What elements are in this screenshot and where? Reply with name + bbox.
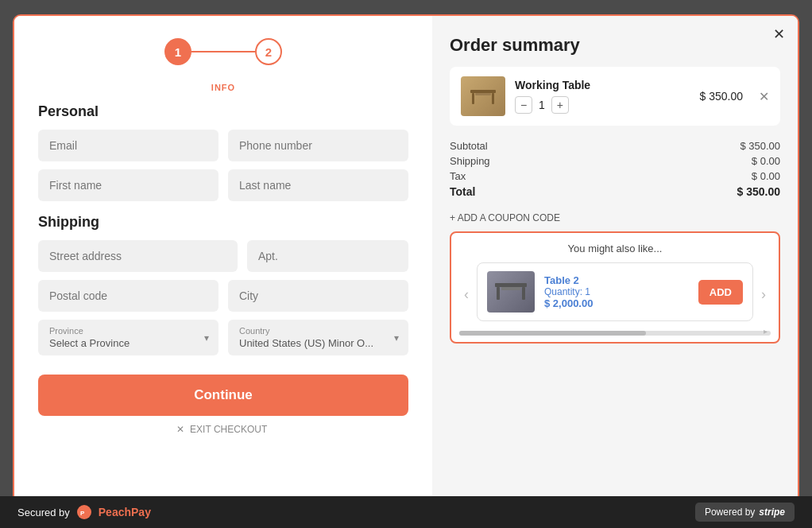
lastname-field[interactable]	[228, 169, 408, 201]
subtotal-value: $ 350.00	[740, 140, 780, 152]
total-value: $ 350.00	[737, 185, 781, 198]
province-label: Province	[38, 320, 218, 336]
shipping-label: Shipping	[450, 155, 490, 167]
country-arrow-icon: ▾	[394, 332, 399, 344]
shipping-value: $ 0.00	[752, 155, 780, 167]
city-field[interactable]	[228, 280, 408, 312]
svg-rect-7	[501, 287, 520, 290]
order-summary-title: Order summary	[450, 35, 780, 56]
continue-button[interactable]: Continue	[38, 375, 408, 416]
upsell-add-button[interactable]: ADD	[698, 280, 743, 305]
country-select-wrapper[interactable]: Country United States (US) Minor O... ▾	[228, 320, 408, 355]
upsell-next-button[interactable]: ›	[756, 283, 771, 306]
stepper: 1 2	[164, 38, 282, 65]
street-field[interactable]	[38, 240, 238, 272]
upsell-scroll-arrow-icon: ▸	[764, 327, 768, 336]
shipping-title: Shipping	[38, 214, 408, 231]
svg-rect-0	[470, 90, 496, 93]
modal-overlay: 1 2 INFO Personal Shipping	[0, 0, 812, 528]
step-line	[191, 51, 255, 52]
province-arrow-icon: ▾	[204, 332, 209, 344]
order-item-name: Working Table	[515, 79, 690, 91]
upsell-item-info: Table 2 Quantity: 1 $ 2,000.00	[544, 274, 689, 309]
tax-label: Tax	[450, 170, 466, 182]
order-item-info: Working Table − 1 +	[515, 79, 690, 114]
svg-text:P: P	[80, 510, 85, 517]
qty-increase-button[interactable]: +	[551, 96, 569, 114]
exit-icon: ✕	[176, 424, 184, 435]
svg-rect-2	[492, 93, 494, 104]
brand-logo: PeachPay	[99, 506, 151, 518]
upsell-scrollbar-thumb	[459, 331, 646, 336]
step-1-circle: 1	[164, 38, 191, 65]
order-totals: Subtotal $ 350.00 Shipping $ 0.00 Tax $ …	[450, 134, 780, 208]
apt-field[interactable]	[247, 240, 408, 272]
svg-rect-5	[497, 287, 500, 300]
upsell-item-name: Table 2	[544, 274, 689, 286]
personal-row-1	[38, 130, 408, 161]
checkout-modal: 1 2 INFO Personal Shipping	[13, 14, 799, 514]
order-item-card: Working Table − 1 + $ 350.00 ✕	[450, 67, 780, 126]
country-value: United States (US) Minor O...	[228, 336, 408, 355]
shipping-row-1	[38, 240, 408, 272]
order-item-remove-button[interactable]: ✕	[759, 89, 769, 104]
close-button[interactable]: ✕	[773, 27, 785, 41]
subtotal-label: Subtotal	[450, 140, 488, 152]
shipping-row: Shipping $ 0.00	[450, 155, 780, 167]
exit-checkout-link[interactable]: ✕ EXIT CHECKOUT	[38, 424, 408, 435]
personal-title: Personal	[38, 103, 408, 120]
step-2-circle: 2	[255, 38, 282, 65]
shipping-row-2	[38, 280, 408, 312]
left-panel: 1 2 INFO Personal Shipping	[14, 16, 432, 512]
step-label: INFO	[211, 83, 235, 92]
upsell-prev-button[interactable]: ‹	[459, 283, 474, 306]
stripe-logo: stripe	[759, 507, 785, 518]
province-select-wrapper[interactable]: Province Select a Province ▾	[38, 320, 218, 355]
svg-rect-3	[475, 93, 491, 95]
order-item-price: $ 350.00	[700, 90, 744, 103]
upsell-item-price: $ 2,000.00	[544, 297, 689, 309]
secured-by-text: Secured by	[17, 507, 70, 518]
footer-right: Powered by stripe	[695, 503, 795, 522]
email-field[interactable]	[38, 130, 218, 161]
stepper-wrapper: 1 2 INFO	[38, 38, 408, 92]
subtotal-row: Subtotal $ 350.00	[450, 140, 780, 152]
shipping-row-3: Province Select a Province ▾ Country Uni…	[38, 320, 408, 355]
right-panel: ✕ Order summary Working Table −	[432, 16, 798, 512]
upsell-item-image	[487, 271, 535, 313]
qty-decrease-button[interactable]: −	[515, 96, 532, 114]
upsell-box: You might also like... ‹	[450, 231, 780, 344]
peachpay-logo-icon: P	[76, 504, 92, 520]
powered-by-text: Powered by	[705, 507, 755, 518]
qty-control: − 1 +	[515, 96, 690, 114]
total-label: Total	[450, 185, 475, 198]
country-label: Country	[228, 320, 408, 336]
phone-field[interactable]	[228, 130, 408, 161]
qty-value: 1	[539, 99, 545, 111]
upsell-item: Table 2 Quantity: 1 $ 2,000.00 ADD	[477, 262, 753, 321]
firstname-field[interactable]	[38, 169, 218, 201]
svg-rect-6	[522, 287, 525, 300]
svg-rect-4	[495, 283, 527, 287]
tax-row: Tax $ 0.00	[450, 170, 780, 182]
upsell-title: You might also like...	[459, 243, 771, 254]
upsell-carousel: ‹ Table 2 Quantity: 1	[459, 262, 771, 326]
tax-value: $ 0.00	[752, 170, 780, 182]
coupon-link[interactable]: + ADD A COUPON CODE	[450, 212, 780, 223]
brand-name: PeachPay	[99, 506, 151, 518]
upsell-scrollbar: ▸	[459, 331, 771, 336]
order-item-image	[461, 76, 505, 116]
total-row: Total $ 350.00	[450, 185, 780, 198]
page-footer: Secured by P PeachPay Powered by stripe	[0, 496, 812, 528]
postal-field[interactable]	[38, 280, 218, 312]
upsell-item-qty: Quantity: 1	[544, 286, 689, 297]
footer-left: Secured by P PeachPay	[17, 504, 151, 520]
personal-row-2	[38, 169, 408, 201]
province-value: Select a Province	[38, 336, 218, 355]
svg-rect-1	[472, 93, 474, 104]
